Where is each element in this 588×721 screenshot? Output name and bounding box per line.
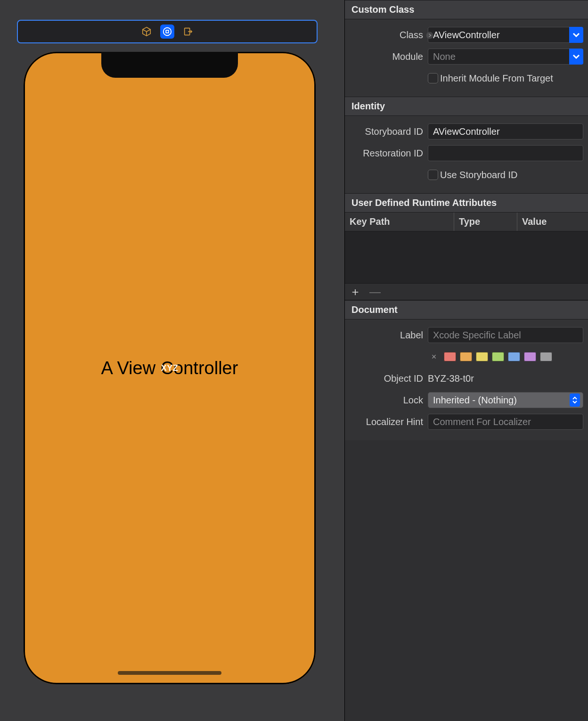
device-preview[interactable]: A View Controller XYZ [24,52,316,684]
use-storyboard-id-label: Use Storyboard ID [440,170,518,180]
col-value[interactable]: Value [517,213,588,231]
runtime-attrs-body[interactable] [345,231,588,283]
lock-value: Inherited - (Nothing) [433,395,517,406]
color-swatch[interactable] [508,352,520,361]
remove-attr-button[interactable]: — [369,286,381,297]
chevron-down-icon [572,31,580,39]
section-body-custom-class: Class Module [345,19,588,97]
device-notch [101,52,238,78]
col-type[interactable]: Type [454,213,517,231]
module-label: Module [350,51,424,62]
inherit-module-checkbox[interactable] [428,73,438,83]
chevron-down-icon [572,52,580,61]
lock-select[interactable]: Inherited - (Nothing) [428,392,583,408]
document-label-field[interactable] [428,327,583,343]
color-swatch[interactable] [540,352,552,361]
lock-label: Lock [350,395,424,406]
section-header-custom-class: Custom Class [345,0,588,19]
color-swatch[interactable] [492,352,504,361]
localizer-hint-field[interactable] [428,414,583,430]
view-label: A View Controller XYZ [24,358,316,378]
storyboard-id-field[interactable] [428,123,583,139]
scene-selection-bar[interactable] [17,20,318,43]
inherit-module-label: Inherit Module From Target [440,73,553,84]
cube-icon[interactable] [139,25,154,39]
runtime-attrs-footer: ＋ — [345,283,588,300]
add-attr-button[interactable]: ＋ [350,286,361,297]
localizer-hint-label: Localizer Hint [350,417,424,427]
section-header-identity: Identity [345,97,588,116]
restoration-id-field[interactable] [428,145,583,161]
color-swatch[interactable] [460,352,472,361]
storyboard-canvas: A View Controller XYZ [0,0,345,721]
restoration-id-label: Restoration ID [350,148,424,159]
storyboard-id-label: Storyboard ID [350,126,424,137]
color-swatch[interactable] [476,352,488,361]
module-field[interactable] [428,49,571,65]
module-dropdown-button[interactable] [569,49,583,65]
exit-icon[interactable] [181,25,195,39]
inspector-panel: Custom Class Class Module [345,0,588,721]
document-label-label: Label [350,330,424,341]
section-body-identity: Storyboard ID Restoration ID Use Storybo… [345,116,588,193]
inspector-filler [345,440,588,721]
clear-color-button[interactable]: × [428,352,440,361]
goto-arrow-icon[interactable] [425,31,434,40]
svg-point-3 [426,32,433,39]
object-id-value: BYZ-38-t0r [428,373,474,384]
svg-point-0 [163,28,172,36]
section-header-document: Document [345,300,588,320]
col-keypath[interactable]: Key Path [345,213,454,231]
object-id-label: Object ID [350,373,424,384]
class-field[interactable] [428,27,571,43]
document-color-swatches: × [428,352,583,361]
section-body-document: Label × Object ID BYZ-38-t0r Lock Inheri… [345,320,588,440]
view-label-text: A View Controller [101,358,238,378]
svg-rect-1 [166,30,169,33]
runtime-attrs-columns: Key Path Type Value [345,213,588,231]
stepper-icon [570,393,580,407]
color-swatch[interactable] [444,352,456,361]
home-indicator [118,671,221,675]
section-header-runtime-attrs: User Defined Runtime Attributes [345,193,588,213]
color-swatch[interactable] [524,352,536,361]
class-dropdown-button[interactable] [569,27,583,43]
class-label: Class [350,30,424,41]
view-controller-icon[interactable] [160,25,174,39]
use-storyboard-id-checkbox[interactable] [428,170,438,180]
